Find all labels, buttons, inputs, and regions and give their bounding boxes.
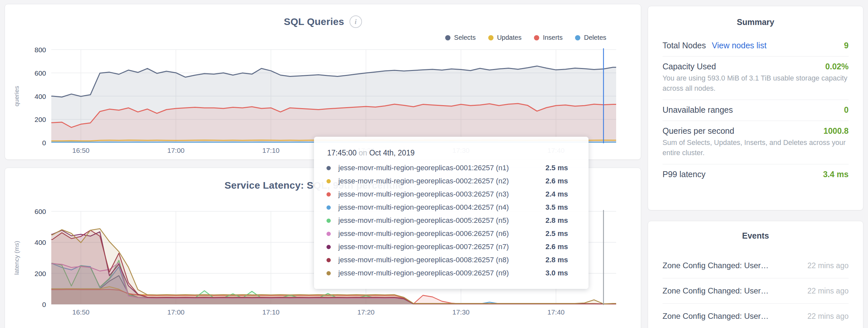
node-name: jesse-movr-multi-region-georeplicas-0002… (338, 177, 546, 185)
tooltip-time: 17:45:00 (327, 149, 357, 157)
node-8-dot-icon (327, 258, 331, 262)
summary-row-capacity-used: Capacity Used 0.02% You are using 593.0 … (662, 56, 848, 100)
node-name: jesse-movr-multi-region-georeplicas-0003… (338, 190, 546, 198)
node-name: jesse-movr-multi-region-georeplicas-0005… (338, 216, 546, 225)
legend-item-deletes[interactable]: Deletes (575, 34, 606, 41)
node-name: jesse-movr-multi-region-georeplicas-0006… (338, 229, 546, 238)
legend-label: Selects (454, 34, 476, 41)
tooltip-row: jesse-movr-multi-region-georeplicas-0003… (314, 188, 589, 201)
svg-text:200: 200 (34, 116, 46, 123)
node-5-dot-icon (327, 219, 331, 223)
node-3-dot-icon (327, 192, 331, 197)
summary-label: Queries per second (662, 126, 734, 136)
updates-dot-icon (488, 35, 494, 40)
svg-text:800: 800 (34, 46, 46, 54)
summary-description: Sum of Selects, Updates, Inserts, and De… (662, 138, 848, 158)
event-time: 22 mins ago (807, 287, 848, 295)
node-latency: 3.0 ms (546, 269, 568, 277)
summary-value: 0.02% (825, 62, 848, 71)
events-panel: Events Zone Config Changed: User… 22 min… (648, 221, 863, 328)
info-icon[interactable]: i (349, 15, 362, 28)
svg-text:17:30: 17:30 (453, 308, 470, 316)
deletes-dot-icon (575, 35, 580, 40)
tooltip-row: jesse-movr-multi-region-georeplicas-0008… (314, 253, 589, 266)
legend-label: Inserts (543, 34, 563, 41)
svg-text:400: 400 (34, 93, 46, 100)
svg-text:17:20: 17:20 (358, 308, 375, 316)
summary-value: 0 (844, 105, 848, 115)
node-9-dot-icon (327, 271, 331, 275)
svg-text:17:40: 17:40 (548, 308, 565, 316)
svg-text:600: 600 (34, 208, 46, 215)
svg-text:0: 0 (42, 139, 46, 146)
event-time: 22 mins ago (807, 312, 848, 321)
legend-label: Updates (497, 34, 522, 41)
tooltip-timestamp: 17:45:00 on Oct 4th, 2019 (327, 149, 589, 157)
event-list-item[interactable]: Zone Config Changed: User… 22 mins ago (662, 253, 848, 278)
legend-item-selects[interactable]: Selects (445, 34, 476, 41)
node-4-dot-icon (327, 205, 331, 210)
svg-text:17:00: 17:00 (167, 146, 185, 154)
node-latency: 2.5 ms (546, 164, 568, 172)
node-latency: 2.8 ms (546, 256, 568, 264)
sql-queries-title-row: SQL Queries i (5, 15, 641, 28)
tooltip-row: jesse-movr-multi-region-georeplicas-0009… (314, 266, 589, 280)
tooltip-date: Oct 4th, 2019 (369, 149, 414, 157)
svg-text:0: 0 (42, 301, 46, 308)
legend-label: Deletes (584, 34, 606, 41)
event-list-item[interactable]: Zone Config Changed: User… 22 mins ago (662, 278, 848, 303)
view-nodes-list-link[interactable]: View nodes list (712, 41, 766, 50)
event-text: Zone Config Changed: User… (662, 261, 769, 270)
tooltip-row: jesse-movr-multi-region-georeplicas-0004… (314, 201, 589, 214)
events-title: Events (662, 231, 848, 240)
node-latency: 2.6 ms (546, 177, 568, 185)
node-1-dot-icon (327, 166, 331, 170)
summary-label: Unavailable ranges (662, 105, 733, 115)
tooltip-row: jesse-movr-multi-region-georeplicas-0005… (314, 214, 589, 227)
event-text: Zone Config Changed: User… (662, 286, 769, 295)
summary-row-queries-per-second: Queries per second 1000.8 Sum of Selects… (662, 121, 848, 164)
node-name: jesse-movr-multi-region-georeplicas-0004… (338, 203, 546, 212)
node-name: jesse-movr-multi-region-georeplicas-0008… (338, 256, 546, 264)
node-6-dot-icon (327, 232, 331, 236)
summary-row-unavailable-ranges: Unavailable ranges 0 (662, 100, 848, 121)
svg-text:400: 400 (34, 239, 46, 246)
event-text: Zone Config Changed: User… (662, 311, 769, 321)
legend-item-updates[interactable]: Updates (488, 34, 522, 41)
summary-title: Summary (662, 18, 848, 27)
node-name: jesse-movr-multi-region-georeplicas-0001… (338, 164, 546, 172)
inserts-dot-icon (534, 35, 539, 40)
node-2-dot-icon (327, 179, 331, 184)
sql-queries-title: SQL Queries (284, 16, 344, 27)
svg-text:latency (ms): latency (ms) (13, 241, 20, 275)
summary-value: 9 (844, 41, 848, 50)
event-list-item[interactable]: Zone Config Changed: User… 22 mins ago (662, 303, 848, 328)
node-latency: 2.4 ms (546, 190, 568, 198)
selects-dot-icon (445, 35, 451, 40)
svg-text:17:00: 17:00 (167, 308, 185, 316)
node-7-dot-icon (327, 245, 331, 249)
svg-text:600: 600 (34, 69, 46, 77)
summary-label: Capacity Used (662, 62, 716, 71)
tooltip-row: jesse-movr-multi-region-georeplicas-0006… (314, 227, 589, 240)
summary-label: Total Nodes (662, 41, 706, 50)
summary-row-p99-latency: P99 latency 3.4 ms (662, 164, 848, 185)
sql-queries-legend: Selects Updates Inserts Deletes (445, 34, 606, 41)
summary-description: You are using 593.0 MiB of 3.1 TiB usabl… (662, 73, 848, 94)
svg-text:17:10: 17:10 (262, 308, 280, 316)
svg-text:200: 200 (34, 270, 46, 277)
node-latency: 2.8 ms (546, 216, 568, 225)
svg-text:16:50: 16:50 (72, 146, 90, 154)
sql-queries-panel: 020040060080016:5017:0017:1017:2017:3017… (5, 4, 641, 160)
legend-item-inserts[interactable]: Inserts (534, 34, 563, 41)
event-time: 22 mins ago (807, 261, 848, 270)
svg-text:17:10: 17:10 (262, 146, 280, 154)
tooltip-row: jesse-movr-multi-region-georeplicas-0002… (314, 174, 589, 188)
summary-value: 1000.8 (824, 126, 848, 136)
node-name: jesse-movr-multi-region-georeplicas-0009… (338, 269, 546, 277)
node-latency: 2.6 ms (546, 242, 568, 251)
summary-label: P99 latency (662, 170, 706, 179)
tooltip-row: jesse-movr-multi-region-georeplicas-0007… (314, 240, 589, 253)
svg-text:16:50: 16:50 (72, 308, 90, 316)
tooltip-on: on (359, 149, 367, 157)
